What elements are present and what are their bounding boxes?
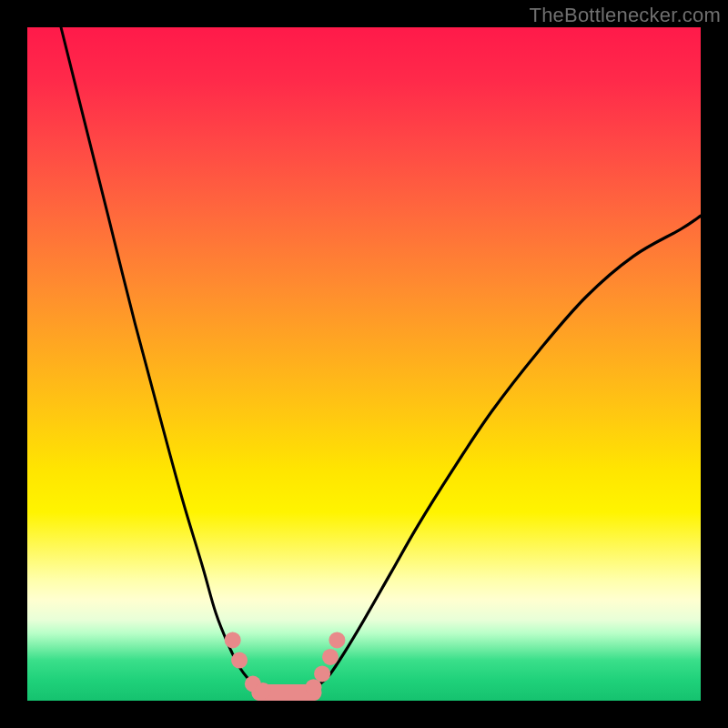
curve-segment xyxy=(61,27,263,693)
curve-segment xyxy=(310,216,701,693)
data-marker xyxy=(322,649,339,665)
data-marker xyxy=(225,632,241,648)
curve-overlay xyxy=(27,27,701,701)
data-marker xyxy=(306,679,322,695)
data-marker xyxy=(231,652,248,669)
data-marker xyxy=(314,665,330,682)
chart-frame: TheBottlenecker.com xyxy=(0,0,728,728)
data-marker xyxy=(329,632,345,648)
plot-area xyxy=(27,27,701,701)
watermark-text: TheBottlenecker.com xyxy=(530,4,721,27)
data-marker xyxy=(255,682,271,699)
